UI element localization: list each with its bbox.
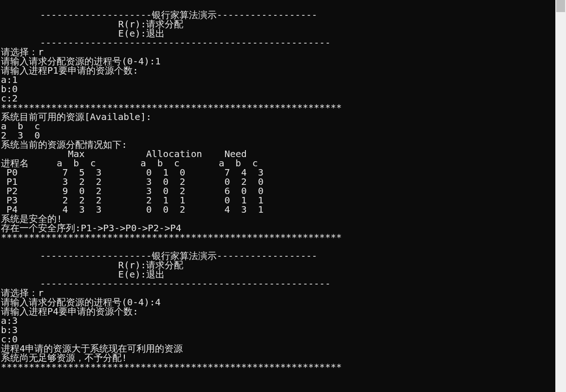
scrollbar-thumb[interactable] <box>556 0 565 12</box>
separator-stars: ****************************************… <box>1 232 342 243</box>
terminal-output: --------------------银行家算法演示-------------… <box>0 0 555 392</box>
window: --------------------银行家算法演示-------------… <box>0 0 566 392</box>
menu-divider-bottom: ----------------------------------------… <box>1 278 330 289</box>
prompt-resources: 请输入进程P1要申请的资源个数: <box>1 65 138 76</box>
separator-stars: ****************************************… <box>1 361 342 373</box>
menu-divider-bottom: ----------------------------------------… <box>1 37 330 48</box>
prompt-resources: 请输入进程P4要申请的资源个数: <box>1 306 138 317</box>
scrollbar-track[interactable] <box>555 0 566 392</box>
